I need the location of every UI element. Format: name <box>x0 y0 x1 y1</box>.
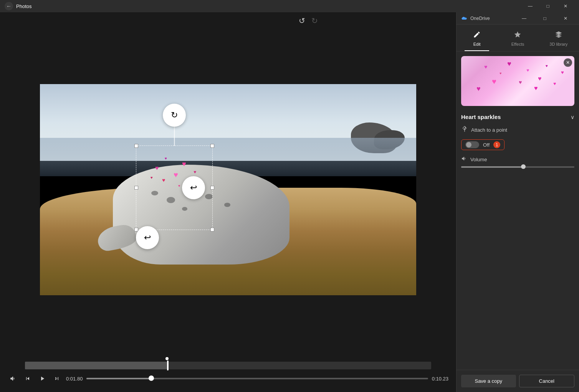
preview-heart: ♥ <box>546 64 548 68</box>
panel-maximize-icon: □ <box>543 16 546 21</box>
toggle-switch[interactable] <box>465 141 479 148</box>
panel-close-icon: ✕ <box>564 16 567 21</box>
main-layout: ↺ ↻ <box>0 12 579 392</box>
maximize-icon: □ <box>546 3 549 9</box>
redo-button[interactable]: ↻ <box>311 16 318 25</box>
tab-effects-label: Effects <box>511 42 524 46</box>
volume-slider[interactable] <box>461 166 574 168</box>
toggle-label: Off <box>483 142 490 148</box>
seal-spot <box>205 194 213 199</box>
maximize-button[interactable]: □ <box>539 0 557 12</box>
toggle-badge: 1 <box>493 141 500 148</box>
onedrive-logo-icon <box>461 15 467 22</box>
panel-minimize-button[interactable]: — <box>515 12 533 25</box>
preview-heart: ♥ <box>500 71 501 75</box>
cancel-button[interactable]: Cancel <box>519 375 575 387</box>
chevron-down-icon[interactable]: ∨ <box>571 114 574 120</box>
effect-preview-card: ♥ ♥ ♥ ♥ ♥ ♥ ♥ ♥ ♥ ♥ ♥ ♥ ✕ <box>461 56 574 106</box>
onedrive-header: OneDrive — □ ✕ <box>457 12 579 25</box>
edit-tab-icon <box>473 31 481 40</box>
editor-area: ↺ ↻ <box>0 12 456 392</box>
volume-slider-thumb[interactable] <box>521 164 526 169</box>
effect-close-icon: ✕ <box>566 60 570 65</box>
total-time: 0:10.23 <box>432 376 448 382</box>
playback-controls: 0:01.80 0:10.23 <box>8 373 448 384</box>
seek-thumb[interactable] <box>149 375 154 381</box>
preview-heart: ♥ <box>534 85 538 92</box>
titlebar: ← Photos — □ ✕ <box>0 0 579 12</box>
current-time: 0:01.80 <box>66 376 83 382</box>
attach-row: Attach to a point <box>461 126 574 134</box>
preview-heart: ♥ <box>492 77 496 86</box>
skip-back-button[interactable] <box>22 373 33 384</box>
back-delete-button[interactable]: ↩ <box>136 226 159 249</box>
effect-close-button[interactable]: ✕ <box>564 58 572 67</box>
right-panel: OneDrive — □ ✕ Edit <box>456 12 579 392</box>
preview-heart: ♥ <box>476 85 481 93</box>
tab-edit-label: Edit <box>473 42 481 46</box>
toggle-row: Off 1 <box>461 139 505 150</box>
back-icon: ← <box>6 3 12 9</box>
controls-bar: 0:01.80 0:10.23 <box>0 354 456 392</box>
volume-icon <box>461 155 467 163</box>
seal-spot <box>167 197 175 203</box>
preview-heart: ♥ <box>553 81 556 86</box>
titlebar-controls: — □ ✕ <box>521 0 574 12</box>
tab-3dlibrary[interactable]: 3D library <box>538 28 579 51</box>
volume-label: Volume <box>470 157 487 162</box>
flip-button[interactable]: ↩ <box>182 176 205 199</box>
close-button[interactable]: ✕ <box>557 0 574 12</box>
titlebar-left: ← Photos <box>5 2 31 10</box>
video-container: ↻ ↩ ↩ ♥ ♥ ♥ ♥ ♥ <box>0 25 456 354</box>
tool-tabs: Edit Effects 3D library <box>457 25 579 51</box>
toggle-knob <box>466 142 471 147</box>
preview-heart: ♥ <box>526 68 529 73</box>
app-title: Photos <box>16 3 31 9</box>
preview-heart: ♥ <box>519 79 522 85</box>
tab-edit[interactable]: Edit <box>457 28 497 51</box>
volume-button[interactable] <box>8 373 18 384</box>
onedrive-label: OneDrive <box>470 16 490 21</box>
seek-bar[interactable] <box>86 378 428 379</box>
preview-heart: ♥ <box>484 64 487 70</box>
effect-controls: Heart sparkles ∨ Attach to a point Off <box>457 111 579 175</box>
panel-content: ♥ ♥ ♥ ♥ ♥ ♥ ♥ ♥ ♥ ♥ ♥ ♥ ✕ <box>457 51 579 370</box>
video-frame[interactable]: ↻ ↩ ↩ ♥ ♥ ♥ ♥ ♥ <box>40 84 416 295</box>
anchor-icon <box>461 126 468 134</box>
timeline-progress <box>25 362 167 369</box>
preview-heart: ♥ <box>538 75 542 82</box>
play-button[interactable] <box>37 373 48 384</box>
undo-redo-bar: ↺ ↻ <box>0 12 456 25</box>
3dlibrary-tab-icon <box>555 31 562 40</box>
effect-title: Heart sparkles <box>461 114 501 120</box>
seal-spot <box>224 203 230 207</box>
tab-effects[interactable]: Effects <box>497 28 538 51</box>
timeline-marker <box>165 357 169 360</box>
panel-close-button[interactable]: ✕ <box>557 12 574 25</box>
effect-preview-image: ♥ ♥ ♥ ♥ ♥ ♥ ♥ ♥ ♥ ♥ ♥ ♥ <box>461 56 574 106</box>
timeline-strip[interactable] <box>25 362 431 369</box>
volume-row: Volume <box>461 155 574 163</box>
timeline-thumb[interactable] <box>167 361 169 370</box>
back-button[interactable]: ← <box>5 2 13 10</box>
attach-label: Attach to a point <box>471 127 507 133</box>
preview-heart: ♥ <box>507 60 511 68</box>
seal-spot <box>182 207 187 211</box>
preview-heart: ♥ <box>561 69 564 75</box>
panel-maximize-button[interactable]: □ <box>536 12 554 25</box>
close-icon: ✕ <box>564 3 567 9</box>
seal-body <box>90 142 301 265</box>
seal-spot <box>151 191 158 195</box>
tab-3dlibrary-label: 3D library <box>549 42 567 46</box>
save-copy-button[interactable]: Save a copy <box>461 375 516 387</box>
seek-progress <box>86 378 151 379</box>
panel-minimize-icon: — <box>522 16 526 21</box>
effect-title-row: Heart sparkles ∨ <box>461 114 574 120</box>
minimize-button[interactable]: — <box>521 0 539 12</box>
minimize-icon: — <box>528 3 533 9</box>
undo-button[interactable]: ↺ <box>299 16 305 25</box>
panel-bottom: Save a copy Cancel <box>457 370 579 392</box>
volume-slider-fill <box>461 166 523 168</box>
skip-forward-button[interactable] <box>51 373 62 384</box>
effects-tab-icon <box>514 31 521 40</box>
